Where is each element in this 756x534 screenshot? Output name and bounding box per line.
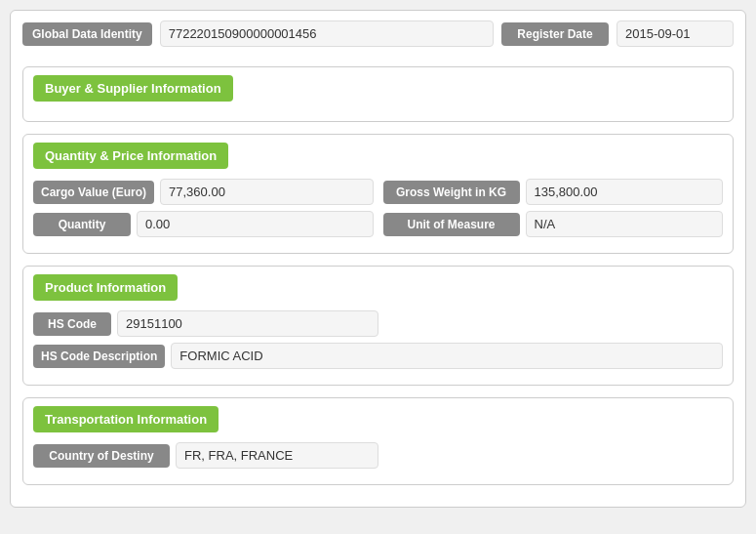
main-container: Global Data Identity 7722201509000000014…	[10, 10, 746, 508]
buyer-supplier-header: Buyer & Supplier Information	[33, 75, 233, 102]
hs-code-label: HS Code	[33, 312, 111, 336]
register-date-value: 2015-09-01	[617, 21, 734, 47]
country-label: Country of Destiny	[33, 444, 170, 468]
product-header: Product Information	[33, 274, 178, 301]
register-date-label: Register Date	[501, 22, 609, 46]
hs-code-value: 29151100	[117, 310, 378, 337]
cargo-gross-row: Cargo Value (Euro) 77,360.00 Gross Weigh…	[33, 179, 723, 205]
quantity-label: Quantity	[33, 213, 131, 236]
gross-label: Gross Weight in KG	[383, 181, 520, 204]
cargo-field-group: Cargo Value (Euro) 77,360.00	[33, 179, 374, 205]
hs-code-field-group: HS Code 29151100	[33, 310, 378, 337]
identity-row: Global Data Identity 7722201509000000014…	[22, 21, 734, 55]
cargo-label: Cargo Value (Euro)	[33, 181, 154, 204]
quantity-price-section: Quantity & Price Information Cargo Value…	[22, 134, 734, 254]
quantity-field-group: Quantity 0.00	[33, 211, 374, 237]
uom-value: N/A	[526, 211, 724, 237]
hs-desc-label: HS Code Description	[33, 345, 165, 368]
uom-label: Unit of Measure	[383, 213, 520, 236]
product-section: Product Information HS Code 29151100 HS …	[22, 266, 734, 386]
gross-value: 135,800.00	[526, 179, 724, 205]
uom-field-group: Unit of Measure N/A	[383, 211, 724, 237]
quantity-value: 0.00	[137, 211, 374, 237]
transportation-section: Transportation Information Country of De…	[22, 397, 734, 485]
hs-code-row: HS Code 29151100	[33, 310, 723, 337]
gross-field-group: Gross Weight in KG 135,800.00	[383, 179, 724, 205]
hs-desc-row: HS Code Description FORMIC ACID	[33, 343, 723, 369]
hs-desc-value: FORMIC ACID	[171, 343, 723, 369]
country-field-group: Country of Destiny FR, FRA, FRANCE	[33, 442, 378, 469]
quantity-uom-row: Quantity 0.00 Unit of Measure N/A	[33, 211, 723, 237]
gdi-label: Global Data Identity	[22, 22, 152, 46]
transportation-header: Transportation Information	[33, 406, 219, 432]
gdi-value: 772220150900000001456	[160, 21, 494, 47]
country-value: FR, FRA, FRANCE	[176, 442, 378, 469]
country-row: Country of Destiny FR, FRA, FRANCE	[33, 442, 723, 469]
quantity-price-header: Quantity & Price Information	[33, 143, 228, 169]
buyer-supplier-section: Buyer & Supplier Information	[22, 66, 734, 122]
hs-desc-field-group: HS Code Description FORMIC ACID	[33, 343, 723, 369]
cargo-value: 77,360.00	[160, 179, 373, 205]
